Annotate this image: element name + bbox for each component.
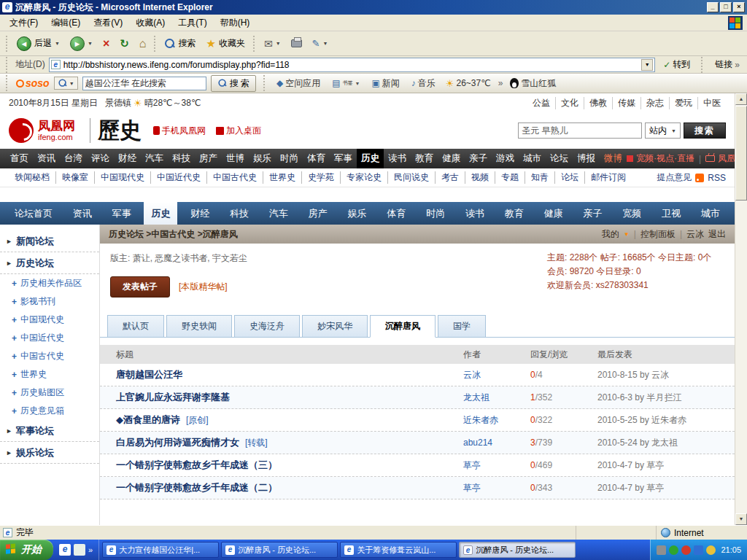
forum-nav-item[interactable]: 资讯 [66,202,99,225]
tray-printer-icon[interactable] [657,545,666,555]
main-nav-item[interactable]: 世博 [222,149,249,168]
scroll-up-button[interactable]: ▲ [735,93,747,105]
ifeng-logo-icon[interactable] [9,118,34,143]
quick-launch-chevron-icon[interactable]: » [88,545,93,554]
forum-nav-item[interactable]: 汽车 [262,202,295,225]
sidebar-item[interactable]: ► + 历史论坛 [0,252,99,274]
forum-tab[interactable]: 史海泛舟 [234,315,300,338]
thread-author-link[interactable]: 草亭 [463,482,530,494]
edit-button[interactable]: ✎ ▼ [307,35,333,52]
sub-nav-item[interactable]: 世界史 [263,171,302,184]
toolbar-grip[interactable] [6,57,9,73]
sidebar-item[interactable]: ► + 中国古代史 [0,347,99,365]
add-desktop-link[interactable]: 加入桌面 [216,125,261,137]
forum-nav-item[interactable]: 读书 [458,202,492,225]
menu-item[interactable]: 编辑(E) [44,15,87,31]
main-nav-item[interactable]: 评论 [87,149,114,168]
menu-item[interactable]: 工具(T) [171,15,213,31]
sidebar-item[interactable]: ► + 历史意见箱 [0,402,99,420]
thread-author-link[interactable]: 云冰 [463,369,530,381]
top-link[interactable]: 传媒 [613,97,641,109]
thread-title[interactable]: ◆酒食里的唐诗 [116,414,180,425]
go-button[interactable]: ✓ 转到 [659,57,694,72]
top-link[interactable]: 公益 [527,97,556,109]
main-nav-item[interactable]: 军事 [330,149,357,168]
tray-shield-icon[interactable] [669,545,678,555]
digest-link[interactable]: [本版精华帖] [179,281,228,293]
print-button[interactable] [286,36,307,50]
soso-link[interactable]: ▣ 新闻 ▼ [368,76,402,91]
sub-nav-item[interactable]: 轶闻秘档 [9,171,56,184]
control-panel-link[interactable]: 控制面板 [640,228,676,241]
sub-nav-item[interactable]: 中国近代史 [151,171,207,184]
scrollbar-thumb[interactable] [735,106,747,201]
sub-nav-item[interactable]: 专家论史 [341,171,388,184]
thread-title-link[interactable]: 一个错别字使韩愈故乡千年成迷（二） [100,481,463,494]
sub-nav-item[interactable]: 知青 [525,171,555,184]
menu-item[interactable]: 帮助(H) [214,15,257,31]
thread-title-link[interactable]: 唐朝越国公汪华 [100,368,463,381]
maximize-button[interactable]: □ [720,2,732,12]
soso-user[interactable]: 雪山红狐 [507,76,559,91]
thread-author-link[interactable]: 草亭 [463,459,530,472]
sub-nav-item[interactable]: 考古 [436,171,465,184]
forum-tab[interactable]: 沉醉唐风 [370,315,436,338]
main-nav-item[interactable]: 论坛 [546,149,573,168]
sidebar-item[interactable]: ► + 军事论坛 [0,420,99,442]
thread-last-post[interactable]: 2010-4-7 by 草亭 [597,459,735,472]
main-nav-item[interactable]: 健康 [438,149,465,168]
sidebar-item[interactable]: ► + 历史相关作品区 [0,274,99,292]
forum-nav-item[interactable]: 卫视 [654,202,688,225]
ifeng-brand[interactable]: 凤凰网 ifeng.com [38,120,75,142]
tray-clock[interactable]: 21:05 [721,545,741,554]
task-button[interactable]: e 大力宣传越国公汪华|... [102,542,219,558]
main-nav-item[interactable]: 财经 [114,149,141,168]
forum-nav-item[interactable]: 时尚 [419,202,452,225]
search-button[interactable]: 搜索 [160,34,201,52]
main-nav-item[interactable]: 读书 [384,149,411,168]
main-nav-item[interactable]: 历史 [357,149,384,168]
toolbar-grip[interactable] [6,36,9,52]
rss-label[interactable]: RSS [708,173,726,183]
thread-title[interactable]: 白居易为何用诗逼死痴情才女 [116,437,239,448]
sidebar-item[interactable]: ► + 新闻论坛 [0,230,99,252]
mail-button[interactable]: ✉ ▼ [259,35,286,52]
forum-nav-item[interactable]: 论坛首页 [7,202,60,225]
main-nav-item[interactable]: 台湾 [60,149,87,168]
menu-item[interactable]: 查看(V) [87,15,129,31]
main-nav-item[interactable]: 娱乐 [249,149,276,168]
top-link[interactable]: 文化 [556,97,584,109]
address-input[interactable]: e http://bbshistory.news.ifeng.com/forum… [49,58,656,72]
soso-more-chevron-icon[interactable]: » [498,78,503,88]
close-button[interactable]: × [733,2,745,12]
forum-nav-item[interactable]: 健康 [537,202,570,225]
thread-author-link[interactable]: 近朱者赤 [463,414,530,427]
forum-tab[interactable]: 国学 [438,315,486,338]
soso-link[interactable]: ▤ 书签 ▼ [329,77,363,90]
start-button[interactable]: 开始 [0,540,53,560]
thread-title[interactable]: 一个错别字使韩愈故乡千年成迷（三） [116,459,277,470]
sidebar-item[interactable]: ► + 娱乐论坛 [0,442,99,464]
refresh-button[interactable]: ↻ [115,35,134,52]
soso-search-input[interactable] [82,77,206,90]
thread-last-post[interactable]: 2010-4-7 by 草亭 [597,482,735,494]
thread-last-post[interactable]: 2010-5-25 by 近朱者赤 [597,414,735,427]
mobile-link[interactable]: 手机凤凰网 [153,125,206,137]
forum-nav-item[interactable]: 财经 [183,202,217,225]
main-nav-item[interactable]: 微博 [600,149,627,168]
soso-link[interactable]: ♪ 音乐 ▼ [409,76,438,91]
top-link[interactable]: 杂志 [641,97,670,109]
scroll-down-button[interactable]: ▼ [735,513,747,525]
sub-nav-item[interactable]: 论坛 [555,171,585,184]
weather-widget[interactable]: ☀ 26~37℃ [443,77,494,90]
my-menu[interactable]: 我的 [602,228,619,241]
sub-nav-item[interactable]: 史学苑 [302,171,341,184]
show-desktop-icon[interactable] [74,544,85,556]
main-nav-item[interactable]: 城市 [519,149,546,168]
forum-nav-item[interactable]: 科技 [222,202,256,225]
thread-author-link[interactable]: 龙太祖 [463,392,530,404]
weather-strip[interactable]: 景德镇 ☀ 晴28℃～38℃ [105,97,201,109]
soso-link[interactable]: ◆ 空间应用 ▼ [274,76,323,91]
site-search-button[interactable]: 搜索 [684,122,726,139]
sub-nav-item[interactable]: 邮件订阅 [585,171,632,184]
